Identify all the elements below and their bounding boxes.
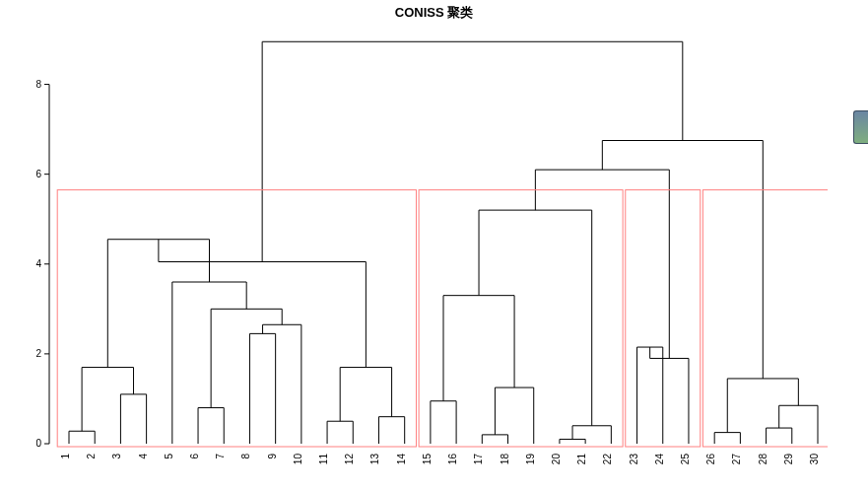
- leaf-label: 8: [240, 454, 251, 459]
- cluster-rect: [702, 190, 828, 447]
- leaf-label: 22: [602, 454, 613, 465]
- leaf-label: 14: [396, 454, 407, 465]
- dendrogram-plot: 0246812345678910111213141516171819202122…: [30, 30, 828, 483]
- leaf-label: 19: [525, 454, 536, 465]
- cluster-rect: [57, 190, 416, 447]
- leaf-label: 15: [422, 454, 433, 465]
- leaf-label: 2: [86, 454, 97, 459]
- leaf-label: 6: [189, 454, 200, 459]
- leaf-label: 17: [473, 454, 484, 465]
- leaf-label: 18: [500, 454, 510, 465]
- leaf-label: 1: [60, 454, 71, 459]
- leaf-label: 13: [369, 454, 380, 465]
- leaf-label: 12: [344, 454, 355, 465]
- leaf-label: 7: [215, 454, 226, 459]
- leaf-label: 10: [293, 454, 303, 465]
- side-gradient-badge: [853, 110, 868, 144]
- leaf-label: 4: [138, 454, 149, 459]
- chart-title: CONISS 聚类: [0, 4, 868, 22]
- y-tick-label: 2: [35, 348, 41, 359]
- y-tick-label: 6: [35, 169, 41, 179]
- y-tick-label: 4: [35, 258, 41, 269]
- leaf-label: 20: [551, 454, 562, 465]
- leaf-label: 16: [447, 454, 458, 465]
- leaf-label: 3: [111, 454, 122, 459]
- leaf-label: 30: [809, 454, 820, 465]
- leaf-label: 24: [654, 454, 665, 465]
- leaf-label: 28: [758, 454, 768, 465]
- leaf-label: 23: [629, 454, 639, 465]
- leaf-label: 25: [680, 454, 691, 465]
- leaf-label: 29: [783, 454, 794, 465]
- leaf-label: 11: [318, 454, 329, 465]
- y-tick-label: 8: [35, 79, 41, 90]
- leaf-label: 21: [576, 454, 587, 465]
- leaf-label: 9: [267, 454, 278, 459]
- leaf-label: 26: [705, 454, 716, 465]
- y-tick-label: 0: [35, 438, 41, 449]
- leaf-label: 5: [164, 454, 174, 459]
- leaf-label: 27: [731, 454, 742, 465]
